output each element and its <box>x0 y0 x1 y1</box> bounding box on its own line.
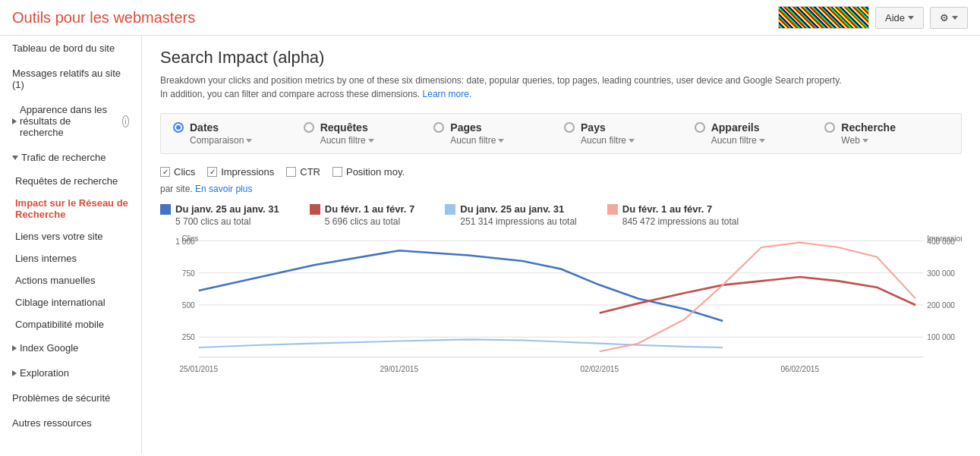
legend-color-0 <box>160 204 171 215</box>
radio-requetes[interactable] <box>304 122 314 133</box>
chevron-down-icon <box>368 139 374 143</box>
info-icon[interactable]: i <box>122 115 129 127</box>
checkbox-impressions[interactable] <box>207 167 217 177</box>
chevron-down-icon <box>759 139 765 143</box>
sidebar-item-impact[interactable]: Impact sur le Réseau de Recherche <box>15 192 141 225</box>
dimension-requetes[interactable]: Requêtes Aucun filtre <box>298 121 428 146</box>
triangle-icon <box>12 370 17 376</box>
svg-text:29/01/2015: 29/01/2015 <box>380 364 418 373</box>
legend-row: Du janv. 25 au janv. 31 5 700 clics au t… <box>160 203 962 227</box>
chart-area: 1 000 750 500 250 Clics 400 000 300 000 … <box>160 233 962 377</box>
dimension-appareils-filter[interactable]: Aucun filtre <box>711 135 765 146</box>
checkbox-ctr[interactable] <box>286 167 296 177</box>
triangle-icon <box>12 345 17 351</box>
legend-color-3 <box>607 204 618 215</box>
sidebar-item-liens-site[interactable]: Liens vers votre site <box>15 225 141 247</box>
dimension-recherche[interactable]: Recherche Web <box>818 121 949 146</box>
sidebar-item-securite[interactable]: Problèmes de sécurité <box>0 385 141 410</box>
sidebar-item-requetes[interactable]: Requêtes de recherche <box>15 170 141 192</box>
metric-ctr[interactable]: CTR <box>286 166 320 178</box>
metric-clics[interactable]: Clics <box>160 166 195 178</box>
line-clics-jan <box>199 250 723 321</box>
metrics-row: Clics Impressions CTR Position moy. <box>160 166 962 178</box>
chevron-down-icon <box>629 139 635 143</box>
chevron-down-icon <box>862 139 868 143</box>
radio-pays[interactable] <box>564 122 575 133</box>
triangle-icon <box>12 118 17 124</box>
dimension-recherche-filter[interactable]: Web <box>841 135 868 146</box>
sidebar-item-index-google[interactable]: Index Google <box>0 335 141 360</box>
sidebar-item-apparence[interactable]: Apparence dans les résultats de recherch… <box>0 97 141 145</box>
svg-text:250: 250 <box>182 333 195 341</box>
dimension-pages-filter[interactable]: Aucun filtre <box>450 135 504 146</box>
sidebar-item-exploration[interactable]: Exploration <box>0 360 141 385</box>
sidebar-item-messages[interactable]: Messages relatifs au site (1) <box>0 61 141 97</box>
line-clics-feb <box>600 277 915 313</box>
radio-pages[interactable] <box>433 122 444 133</box>
header-right: Aide ⚙ <box>778 6 968 29</box>
layout: Tableau de bord du site Messages relatif… <box>0 36 980 454</box>
user-avatar[interactable] <box>778 6 869 29</box>
svg-text:06/02/2015: 06/02/2015 <box>780 364 819 373</box>
chart-svg: 1 000 750 500 250 Clics 400 000 300 000 … <box>160 233 962 377</box>
page-description: Breakdown your clicks and position metri… <box>160 74 843 101</box>
svg-text:25/01/2015: 25/01/2015 <box>179 364 218 373</box>
sidebar-item-actions-manuelles[interactable]: Actions manuelles <box>15 269 141 291</box>
svg-text:750: 750 <box>182 269 195 278</box>
checkbox-position[interactable] <box>332 167 342 177</box>
legend-color-1 <box>310 204 320 215</box>
trafic-submenu: Requêtes de recherche Impact sur le Rése… <box>0 170 141 335</box>
radio-dates[interactable] <box>173 122 184 133</box>
page-title: Search Impact (alpha) <box>160 48 962 68</box>
app-title: Outils pour les webmasters <box>12 9 195 27</box>
sidebar-item-trafic[interactable]: Trafic de recherche <box>0 145 141 170</box>
metric-impressions[interactable]: Impressions <box>207 166 274 178</box>
per-site-line: par site. En savoir plus <box>160 184 962 194</box>
dimension-dates[interactable]: Dates Comparaison <box>173 121 298 146</box>
sidebar-item-liens-internes[interactable]: Liens internes <box>15 247 141 269</box>
sidebar: Tableau de bord du site Messages relatif… <box>0 36 142 454</box>
sidebar-item-ressources[interactable]: Autres ressources <box>0 410 141 436</box>
radio-appareils[interactable] <box>695 122 705 133</box>
dimensions-row: Dates Comparaison Requêtes Aucun filtre <box>160 113 962 154</box>
dimension-pages[interactable]: Pages Aucun filtre <box>427 121 558 146</box>
main-content: Search Impact (alpha) Breakdown your cli… <box>142 36 980 454</box>
triangle-icon <box>12 156 18 160</box>
svg-text:02/02/2015: 02/02/2015 <box>580 364 619 373</box>
line-impressions-feb <box>600 243 915 352</box>
legend-item-3: Du févr. 1 au févr. 7 845 472 impression… <box>607 203 739 227</box>
chevron-down-icon <box>908 16 914 20</box>
en-savoir-plus-link[interactable]: En savoir plus <box>195 184 252 194</box>
dimension-pays-filter[interactable]: Aucun filtre <box>581 135 635 146</box>
legend-item-1: Du févr. 1 au févr. 7 5 696 clics au tot… <box>310 203 415 227</box>
svg-text:Impressions: Impressions <box>927 234 962 242</box>
chevron-down-icon <box>498 139 504 143</box>
settings-button[interactable]: ⚙ <box>930 7 968 29</box>
gear-icon: ⚙ <box>940 12 949 24</box>
legend-item-0: Du janv. 25 au janv. 31 5 700 clics au t… <box>160 203 279 227</box>
chevron-down-icon <box>246 139 252 143</box>
dimension-pays[interactable]: Pays Aucun filtre <box>558 121 689 146</box>
sidebar-item-compatibilite[interactable]: Compatibilité mobile <box>15 313 141 335</box>
svg-text:Clics: Clics <box>181 234 198 242</box>
legend-item-2: Du janv. 25 au janv. 31 251 314 impressi… <box>445 203 576 227</box>
dimension-appareils[interactable]: Appareils Aucun filtre <box>689 121 819 146</box>
sidebar-item-ciblage[interactable]: Ciblage international <box>15 291 141 313</box>
aide-button[interactable]: Aide <box>875 7 924 29</box>
svg-text:300 000: 300 000 <box>927 269 955 278</box>
sidebar-item-tableau-bord[interactable]: Tableau de bord du site <box>0 36 141 61</box>
svg-text:100 000: 100 000 <box>927 333 955 341</box>
svg-text:200 000: 200 000 <box>927 301 955 310</box>
learn-more-link[interactable]: Learn more. <box>423 89 472 99</box>
legend-color-2 <box>445 204 455 215</box>
radio-recherche[interactable] <box>824 122 835 133</box>
svg-text:500: 500 <box>182 301 195 310</box>
header: Outils pour les webmasters Aide ⚙ <box>0 0 980 36</box>
dimension-requetes-filter[interactable]: Aucun filtre <box>320 135 374 146</box>
chevron-down-icon <box>952 16 958 20</box>
dimension-dates-filter[interactable]: Comparaison <box>190 135 252 146</box>
metric-position[interactable]: Position moy. <box>332 166 405 178</box>
checkbox-clics[interactable] <box>160 167 170 177</box>
